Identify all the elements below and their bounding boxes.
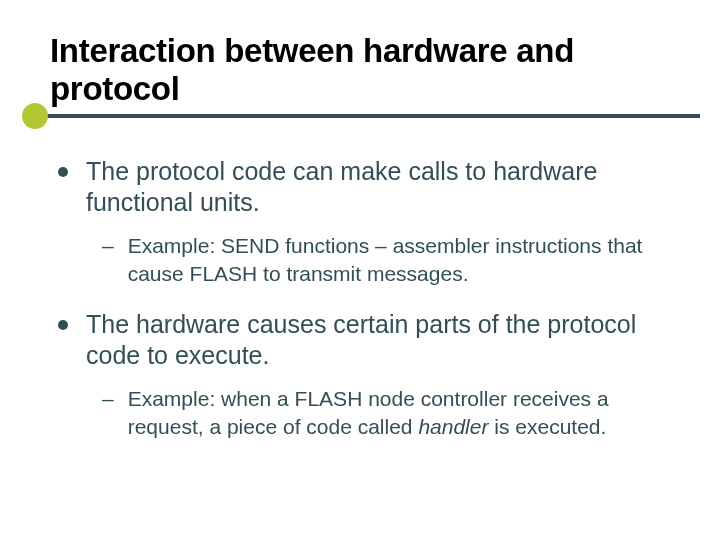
title-block: Interaction between hardware and protoco… <box>50 32 670 108</box>
sub-bullet-text: Example: SEND functions – assembler inst… <box>128 232 670 287</box>
bullet-dot-icon <box>58 320 68 330</box>
dash-icon: – <box>102 232 114 259</box>
slide: Interaction between hardware and protoco… <box>0 0 720 540</box>
slide-title: Interaction between hardware and protoco… <box>50 32 670 108</box>
sub-bullet-text: Example: when a FLASH node controller re… <box>128 385 670 440</box>
sub-bullet-item: – Example: SEND functions – assembler in… <box>102 232 670 287</box>
bullet-text: The hardware causes certain parts of the… <box>86 309 670 372</box>
bullet-item: The hardware causes certain parts of the… <box>58 309 670 372</box>
sub-bullet-prefix: Example: SEND functions – assembler inst… <box>128 234 643 284</box>
dash-icon: – <box>102 385 114 412</box>
sub-bullet-item: – Example: when a FLASH node controller … <box>102 385 670 440</box>
slide-content: The protocol code can make calls to hard… <box>50 152 670 440</box>
accent-dot-icon <box>22 103 48 129</box>
sub-bullet-italic: handler <box>418 415 488 438</box>
sub-bullet-suffix: is executed. <box>488 415 606 438</box>
title-underline <box>40 114 700 118</box>
bullet-item: The protocol code can make calls to hard… <box>58 156 670 219</box>
bullet-dot-icon <box>58 167 68 177</box>
bullet-text: The protocol code can make calls to hard… <box>86 156 670 219</box>
